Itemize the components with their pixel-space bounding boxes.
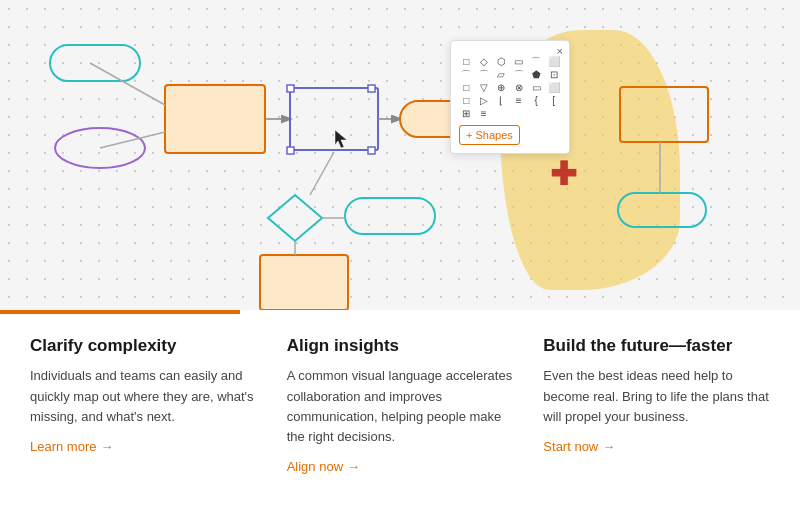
shape-icon[interactable]: □ — [459, 96, 474, 106]
svg-marker-14 — [268, 195, 322, 241]
shape-icon[interactable]: { — [529, 96, 544, 106]
shape-icon[interactable]: ⬜ — [547, 83, 562, 93]
learn-more-arrow: → — [100, 439, 113, 454]
content-section: Clarify complexity Individuals and teams… — [0, 310, 800, 513]
svg-rect-3 — [290, 88, 378, 150]
content-columns: Clarify complexity Individuals and teams… — [0, 314, 800, 474]
svg-rect-16 — [345, 198, 435, 234]
svg-rect-18 — [260, 255, 348, 310]
svg-rect-1 — [165, 85, 265, 153]
shape-icon[interactable]: ◇ — [477, 57, 492, 67]
shape-icon[interactable]: ⌒ — [529, 57, 544, 67]
shape-icon[interactable]: ⬡ — [494, 57, 509, 67]
diagram-canvas — [0, 0, 800, 310]
shape-icon[interactable]: ⬜ — [547, 57, 562, 67]
svg-marker-8 — [335, 130, 347, 148]
svg-rect-5 — [368, 85, 375, 92]
align-now-link[interactable]: Align now → — [287, 459, 514, 474]
start-now-link[interactable]: Start now → — [543, 439, 770, 454]
clarify-title: Clarify complexity — [30, 336, 257, 356]
learn-more-link[interactable]: Learn more → — [30, 439, 257, 454]
shape-icon[interactable]: ▽ — [477, 83, 492, 93]
shape-icon[interactable]: ⬟ — [529, 70, 544, 80]
svg-rect-20 — [620, 87, 708, 142]
shape-icon[interactable]: ▭ — [529, 83, 544, 93]
shape-icon[interactable]: [ — [547, 96, 562, 106]
shape-icon[interactable]: ⊕ — [494, 83, 509, 93]
svg-rect-0 — [50, 45, 140, 81]
shape-icon[interactable]: ⊞ — [459, 109, 474, 119]
shape-icon[interactable]: ⊗ — [512, 83, 527, 93]
diagram-section: × □ ◇ ⬡ ▭ ⌒ ⬜ ⌒ ⌒ ▱ ⌒ ⬟ ⊡ □ ▽ ⊕ ⊗ ▭ ⬜ □ … — [0, 0, 800, 310]
shape-icon[interactable]: □ — [459, 83, 474, 93]
shape-icon[interactable]: □ — [459, 57, 474, 67]
svg-rect-4 — [287, 85, 294, 92]
shape-icon[interactable]: ⌒ — [459, 70, 474, 80]
svg-line-12 — [90, 63, 165, 105]
start-now-arrow: → — [602, 439, 615, 454]
shape-icon[interactable]: ⌒ — [512, 70, 527, 80]
shape-grid: □ ◇ ⬡ ▭ ⌒ ⬜ ⌒ ⌒ ▱ ⌒ ⬟ ⊡ □ ▽ ⊕ ⊗ ▭ ⬜ □ ▷ … — [459, 57, 561, 119]
build-future-column: Build the future—faster Even the best id… — [543, 336, 770, 474]
shape-icon[interactable]: ⌊ — [494, 96, 509, 106]
svg-rect-21 — [618, 193, 706, 227]
build-body: Even the best ideas need help to become … — [543, 366, 770, 426]
align-insights-column: Align insights A common visual language … — [287, 336, 544, 474]
shapes-button[interactable]: + Shapes — [459, 125, 520, 145]
align-now-arrow: → — [347, 459, 360, 474]
shape-icon[interactable]: ▭ — [512, 57, 527, 67]
svg-rect-6 — [287, 147, 294, 154]
clarify-body: Individuals and teams can easily and qui… — [30, 366, 257, 426]
shape-icon[interactable]: ⊡ — [547, 70, 562, 80]
svg-rect-7 — [368, 147, 375, 154]
shape-icon[interactable]: ≡ — [477, 109, 492, 119]
align-title: Align insights — [287, 336, 514, 356]
orange-plus-icon: ✚ — [550, 155, 577, 193]
shape-icon[interactable]: ▷ — [477, 96, 492, 106]
shape-icon[interactable]: ▱ — [494, 70, 509, 80]
plus-icon: + — [466, 129, 472, 141]
align-body: A common visual language accelerates col… — [287, 366, 514, 447]
svg-line-15 — [310, 152, 334, 195]
shape-icon[interactable]: ⌒ — [477, 70, 492, 80]
shape-picker-popup: × □ ◇ ⬡ ▭ ⌒ ⬜ ⌒ ⌒ ▱ ⌒ ⬟ ⊡ □ ▽ ⊕ ⊗ ▭ ⬜ □ … — [450, 40, 570, 154]
build-title: Build the future—faster — [543, 336, 770, 356]
clarify-complexity-column: Clarify complexity Individuals and teams… — [30, 336, 287, 474]
shape-picker-close[interactable]: × — [557, 45, 563, 57]
shape-icon[interactable]: ≡ — [512, 96, 527, 106]
